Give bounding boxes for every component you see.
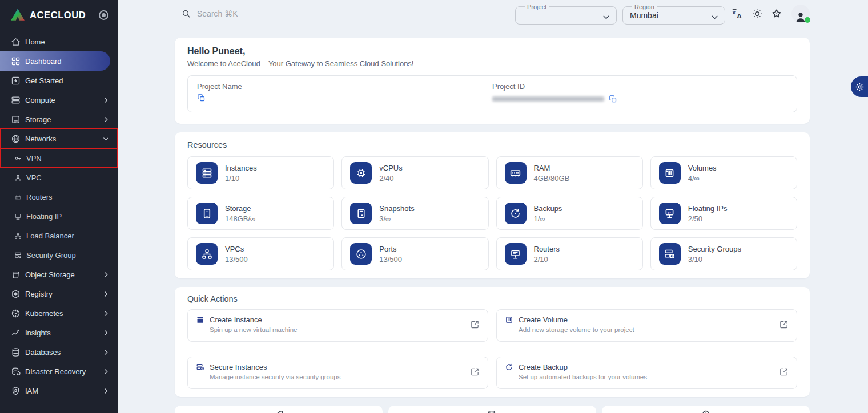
- external-link-icon[interactable]: [779, 319, 789, 331]
- theme-sun-icon[interactable]: [750, 7, 764, 21]
- external-link-icon[interactable]: [470, 319, 480, 331]
- resource-card-vcpus[interactable]: vCPUs2/40: [341, 156, 488, 189]
- resource-label: Backups: [534, 204, 562, 213]
- resource-label: Volumes: [688, 164, 717, 172]
- external-link-icon[interactable]: [779, 367, 789, 379]
- quick-action-create-volume[interactable]: Create Volume Add new storage volume to …: [496, 309, 797, 342]
- project-name-block: Project Name: [197, 82, 492, 104]
- sidebar-item-label: Load Balancer: [26, 232, 74, 240]
- resource-label: Routers: [534, 245, 560, 253]
- snapshot-icon: [350, 203, 372, 224]
- resource-card-ports[interactable]: Ports13/500: [341, 237, 488, 270]
- sidebar-item-label: Storage: [25, 115, 51, 124]
- translate-icon[interactable]: xA: [731, 7, 745, 21]
- quick-action-title: Create Instance: [210, 315, 262, 324]
- sidebar-item-label: Security Group: [26, 251, 76, 260]
- sidebar-item-iam[interactable]: IAM: [0, 381, 118, 400]
- sidebar-item-label: Disaster Recovery: [25, 367, 86, 376]
- settings-fab[interactable]: [851, 76, 868, 97]
- vpc-tree-icon: [196, 243, 218, 265]
- sidebar-item-load-balancer[interactable]: Load Balancer: [0, 226, 118, 245]
- sidebar-item-object-storage[interactable]: Object Storage: [0, 265, 118, 284]
- resource-label: Instances: [225, 164, 257, 172]
- resource-card-backups[interactable]: Backups1/∞: [496, 197, 643, 230]
- sidebar-item-label: Kubernetes: [25, 309, 63, 318]
- resource-card-security-groups[interactable]: Security Groups3/10: [650, 237, 797, 270]
- cpu-icon: [350, 162, 372, 184]
- floating-ip-icon: IP: [659, 203, 681, 224]
- sidebar-item-label: Routers: [26, 193, 53, 201]
- chevron-right-icon: [102, 290, 110, 298]
- sidebar-item-label: Compute: [25, 96, 55, 104]
- resource-card-snapshots[interactable]: Snapshots3/∞: [341, 197, 488, 230]
- resource-label: vCPUs: [379, 164, 402, 172]
- resource-card-volumes[interactable]: Volumes4/∞: [650, 156, 797, 189]
- sidebar-item-vpc[interactable]: VPC: [0, 168, 118, 187]
- sidebar-item-label: Databases: [25, 348, 61, 357]
- sidebar-item-vpn[interactable]: VPN: [0, 148, 118, 168]
- sidebar-item-label: IAM: [25, 387, 38, 395]
- floating-ip-icon: [14, 213, 22, 220]
- kubernetes-icon: [11, 309, 21, 318]
- resource-value: 4GB/80GB: [534, 174, 570, 183]
- resource-label: Ports: [379, 245, 402, 253]
- instances-icon: [196, 162, 218, 184]
- resource-card-ram[interactable]: RAM4GB/80GB: [496, 156, 643, 189]
- sidebar-item-dashboard[interactable]: Dashboard: [0, 51, 110, 71]
- sidebar-item-home[interactable]: Home: [0, 32, 118, 51]
- quick-action-create-instance[interactable]: Create Instance Spin up a new virtual ma…: [187, 309, 488, 342]
- sidebar-item-networks[interactable]: Networks: [0, 129, 118, 148]
- sidebar-item-routers[interactable]: Routers: [0, 187, 118, 206]
- project-select[interactable]: Project: [515, 3, 617, 25]
- resource-card-routers[interactable]: Routers2/10: [496, 237, 643, 270]
- sidebar-item-security-group[interactable]: Security Group: [0, 245, 118, 265]
- resource-card-storage[interactable]: Storage148GB/∞: [187, 197, 334, 230]
- resource-card-instances[interactable]: Instances1/10: [187, 156, 334, 189]
- region-select[interactable]: Region Mumbai: [622, 3, 725, 25]
- resources-section: Resources Instances1/10 vCPUs2/40 RAM4GB…: [175, 132, 810, 278]
- bottom-card-getting-started[interactable]: [175, 406, 383, 413]
- resource-card-floating-ips[interactable]: IP Floating IPs2/50: [650, 197, 797, 230]
- sidebar-item-floating-ip[interactable]: Floating IP: [0, 206, 118, 226]
- bottom-card-tips[interactable]: [602, 406, 810, 413]
- quick-action-secure-instances[interactable]: Secure Instances Manage instance securit…: [187, 357, 488, 389]
- sidebar-item-get-started[interactable]: Get Started: [0, 71, 118, 90]
- bucket-icon: [11, 270, 21, 280]
- backup-icon: [505, 203, 527, 224]
- sidebar-item-databases[interactable]: Databases: [0, 342, 118, 362]
- external-link-icon[interactable]: [470, 367, 480, 379]
- sidebar-item-registry[interactable]: Registry: [0, 284, 118, 303]
- rocket-icon: [273, 410, 284, 413]
- quick-action-create-backup[interactable]: Create Backup Set up automated backups f…: [496, 357, 797, 389]
- ram-icon: [505, 162, 527, 184]
- compute-icon: [11, 95, 21, 105]
- resource-label: Security Groups: [688, 245, 741, 253]
- chevron-right-icon: [102, 349, 110, 356]
- copy-project-name-icon[interactable]: [197, 94, 206, 102]
- lightbulb-icon: [700, 410, 712, 413]
- acecloud-logo-icon: [10, 8, 25, 22]
- sidebar-item-label: Object Storage: [25, 270, 75, 279]
- copy-project-id-icon[interactable]: [609, 95, 617, 103]
- bottom-card-resources-docs[interactable]: [388, 406, 596, 413]
- resource-value: 13/500: [379, 255, 402, 264]
- sidebar-item-kubernetes[interactable]: Kubernetes: [0, 303, 118, 323]
- sidebar-item-storage[interactable]: Storage: [0, 110, 118, 129]
- load-balancer-icon: [14, 232, 22, 240]
- user-avatar[interactable]: [791, 5, 810, 23]
- resource-value: 2/50: [688, 214, 728, 223]
- sidebar-item-insights[interactable]: Insights: [0, 323, 118, 342]
- sidebar-collapse-icon[interactable]: [99, 10, 108, 20]
- resource-value: 2/40: [379, 174, 402, 183]
- annotation-box-networks: Networks: [0, 129, 118, 148]
- sidebar-item-compute[interactable]: Compute: [0, 90, 118, 110]
- sidebar-item-disaster-recovery[interactable]: Disaster Recovery: [0, 362, 118, 381]
- star-icon[interactable]: [770, 7, 783, 21]
- get-started-icon: [11, 76, 21, 86]
- search-input[interactable]: Search ⌘K: [182, 9, 238, 18]
- quick-action-title: Create Volume: [519, 315, 568, 324]
- resource-value: 4/∞: [688, 174, 717, 183]
- quick-action-title: Create Backup: [519, 363, 568, 371]
- resource-card-vpcs[interactable]: VPCs13/500: [187, 237, 334, 270]
- chevron-right-icon: [102, 387, 110, 395]
